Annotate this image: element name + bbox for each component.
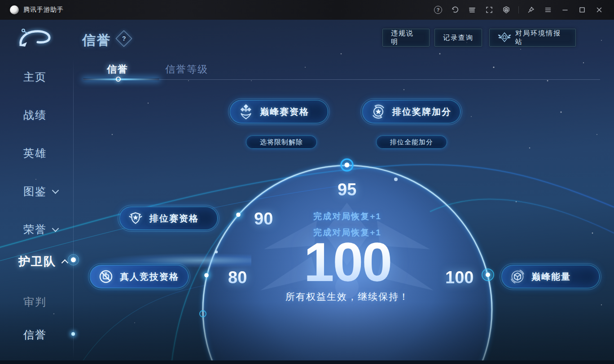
ranked-qualification-badge[interactable]: 排位赛资格 [119, 207, 218, 230]
rank-allround-bonus-badge[interactable]: 排位全能加分 [376, 135, 447, 149]
violation-info-button[interactable]: 违规说明 [382, 29, 430, 47]
menu-icon[interactable] [541, 3, 555, 17]
sidebar-item-label: 主页 [23, 70, 47, 84]
badge-label: 排位奖牌加分 [392, 106, 452, 118]
minimize-icon[interactable] [558, 3, 572, 17]
main-background [0, 20, 614, 364]
help-glyph: ? [437, 7, 440, 13]
pinnacle-energy-badge[interactable]: 巅峰能量 [501, 265, 600, 288]
chevron-up-icon [61, 260, 69, 267]
cube-icon [509, 268, 526, 285]
app-title: 腾讯手游助手 [23, 6, 64, 14]
titlebar-separator [518, 6, 519, 13]
help-icon[interactable]: ? [431, 3, 445, 17]
badge-label: 巅峰能量 [531, 271, 571, 283]
sidebar-item-heroes[interactable]: 英雄 [23, 146, 47, 160]
button-label: 记录查询 [443, 34, 474, 42]
record-query-button[interactable]: 记录查询 [434, 29, 482, 47]
sidebar-item-gallery[interactable]: 图鉴 [23, 184, 58, 199]
tab-credit[interactable]: 信誉 [107, 63, 128, 76]
rank-medal-bonus-badge[interactable]: 排位奖牌加分 [362, 100, 460, 123]
sidebar-item-label: 护卫队 [18, 254, 56, 269]
fullscreen-icon[interactable] [482, 3, 496, 17]
gauge-tick-95: 95 [338, 180, 356, 199]
sidebar-item-home[interactable]: 主页 [23, 70, 47, 84]
pin-icon[interactable] [524, 3, 538, 17]
badge-label: 排位全能加分 [390, 138, 433, 147]
chevron-down-icon [52, 186, 59, 194]
sidebar-item-records[interactable]: 战绩 [23, 108, 47, 122]
current-page-dot [71, 332, 75, 336]
active-section-node [71, 257, 76, 262]
credit-status-text: 所有权益生效，继续保持！ [213, 290, 482, 303]
pick-restriction-lift-badge[interactable]: 选将限制解除 [246, 135, 317, 149]
diamond-cluster-icon [237, 103, 254, 120]
accelerator-icon[interactable] [500, 3, 513, 17]
sidebar-item-label: 战绩 [23, 108, 47, 122]
sidebar-item-label: 审判 [23, 295, 47, 309]
maximize-icon[interactable] [575, 3, 589, 17]
bottom-border [0, 360, 614, 364]
undo-icon[interactable] [448, 3, 462, 17]
tab-label: 信誉 [107, 64, 128, 75]
sidebar-item-label: 信誉 [23, 328, 47, 342]
credit-score-value: 100 [213, 232, 482, 292]
app-window: 腾讯手游助手 ? [0, 0, 614, 364]
sidebar-item-label: 荣誉 [23, 222, 47, 237]
tab-label: 信誉等级 [165, 64, 208, 75]
titlebar: 腾讯手游助手 ? [0, 0, 614, 20]
close-icon[interactable] [592, 3, 606, 17]
help-glyph: ? [122, 35, 126, 42]
pinnacle-qualification-badge[interactable]: 巅峰赛资格 [230, 100, 328, 123]
sidebar-item-label: 英雄 [23, 146, 47, 160]
wing-badge-icon [498, 31, 511, 44]
sidebar-item-judgment[interactable]: 审判 [23, 295, 47, 309]
star-cycle-icon [370, 103, 387, 120]
active-tab-glow [83, 78, 159, 80]
sidebar-item-honor[interactable]: 荣誉 [23, 222, 58, 237]
button-label: 违规说明 [391, 29, 421, 46]
sidebar-item-credit[interactable]: 信誉 [23, 328, 47, 342]
button-label: 对局环境情报站 [515, 29, 567, 46]
tab-divider-line [83, 79, 600, 80]
chevron-down-icon [52, 225, 59, 232]
badge-label: 选将限制解除 [260, 138, 303, 147]
sidebar-item-guard-team[interactable]: 护卫队 [18, 254, 67, 269]
recovery-line-1: 完成对局恢复+1 [213, 211, 482, 222]
tab-credit-level[interactable]: 信誉等级 [165, 63, 208, 76]
badge-label: 真人竞技资格 [120, 271, 179, 283]
no-robot-icon [97, 268, 114, 285]
active-tab-indicator [116, 77, 121, 82]
sidebar-divider [73, 58, 74, 360]
sidebar-item-label: 图鉴 [23, 184, 47, 199]
keyboard-icon[interactable] [465, 3, 479, 17]
match-env-intel-button[interactable]: 对局环境情报站 [489, 29, 576, 47]
page-title: 信誉 [82, 31, 112, 50]
app-logo-icon [10, 5, 19, 14]
shield-star-icon [127, 210, 144, 227]
badge-label: 巅峰赛资格 [260, 106, 309, 118]
human-competition-badge[interactable]: 真人竞技资格 [90, 265, 189, 288]
badge-label: 排位赛资格 [149, 212, 199, 225]
brand-swoosh-icon [15, 25, 54, 52]
